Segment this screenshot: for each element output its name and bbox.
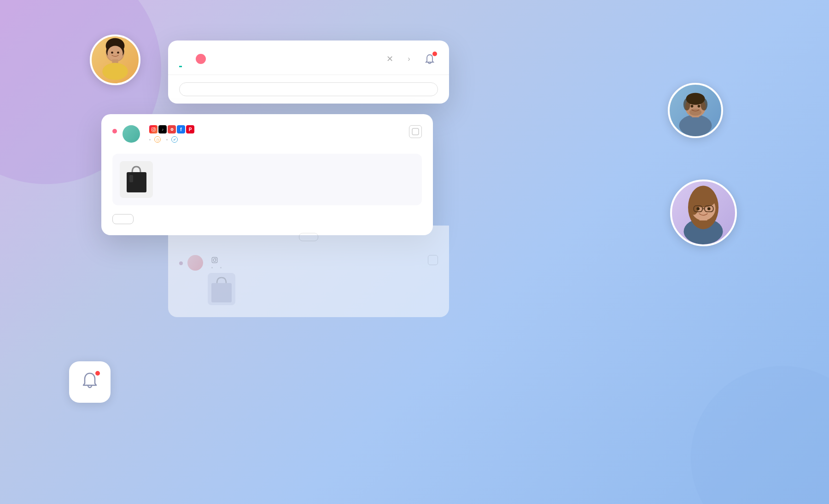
pending-icon: ◷ [154,136,161,143]
instagram-small-icon [211,257,218,263]
bell-notification-widget[interactable] [69,361,111,403]
tote-bag-svg [124,164,149,195]
notification-card-danielle [179,255,438,305]
bell-badge [94,370,101,377]
svg-point-14 [701,98,707,110]
pinterest-icon: P [186,125,194,133]
svg-point-8 [117,52,119,54]
chevron-right-button[interactable]: › [402,52,416,66]
nick-avatar-container [668,83,723,142]
danielle-comment-block [208,273,438,305]
standalone-reply-button[interactable] [299,233,318,241]
svg-rect-33 [127,172,146,192]
pending-approval-status: ◷ [154,136,163,143]
nick-avatar-image [670,85,721,136]
facebook-icon: f [177,125,185,133]
mark-read-checkbox[interactable] [409,125,422,138]
tiktok-icon: ♪ [158,125,167,133]
danielle-title-line [208,255,438,265]
svg-rect-32 [412,128,419,135]
svg-rect-34 [129,175,133,182]
svg-point-27 [696,207,700,210]
instagram-icon [149,125,158,133]
svg-rect-29 [152,127,155,131]
tab-unread[interactable] [193,54,206,71]
svg-point-16 [698,105,701,108]
tab-all[interactable] [179,58,182,67]
bianca-avatar-image [672,181,735,244]
peanut-icon: ✿ [168,125,176,133]
unread-indicator [112,129,117,133]
reply-button[interactable] [112,214,134,224]
danielle-avatar [187,255,203,271]
svg-point-30 [152,128,154,130]
panel-header-actions: ✕ › [383,51,438,75]
scheduled-icon: ✔ [171,136,178,143]
notification-content: ♪ ✿ f P ◷ ✔ [146,125,403,150]
svg-point-7 [111,52,113,54]
notification-header: ♪ ✿ f P ◷ ✔ [112,125,422,150]
meta-separator-2 [166,139,168,140]
notification-title-line: ♪ ✿ f P [146,125,403,133]
svg-point-9 [679,115,712,136]
danielle-post-image [208,273,235,305]
svg-point-15 [691,105,694,108]
unread-dot-danielle [179,261,183,265]
svg-point-36 [213,259,216,261]
svg-point-28 [707,207,711,210]
meta-dot [211,267,213,268]
svg-point-6 [102,63,128,80]
notification-card-christy: ♪ ✿ f P ◷ ✔ [101,114,433,235]
svg-point-37 [216,258,216,259]
comment-block [112,154,422,205]
sarah-avatar-image [92,36,139,83]
svg-point-4 [107,46,123,61]
svg-point-31 [154,128,155,128]
notification-settings-button[interactable] [421,51,438,67]
svg-rect-35 [212,257,217,263]
scheduled-status: ✔ [171,136,180,143]
panel-header: ✕ › [168,41,449,75]
svg-point-13 [683,98,690,110]
avatar [90,35,140,85]
close-button[interactable]: ✕ [383,52,397,66]
notification-panel: ✕ › [168,41,449,104]
avatar [668,83,723,138]
sarah-avatar-container [90,35,140,89]
mark-all-read-button[interactable] [179,82,438,96]
svg-point-17 [689,109,701,116]
tote-bag-image [120,161,153,198]
notification-panel-bottom [168,226,449,317]
meta-separator-1 [149,139,151,140]
bag-image-2 [208,273,235,305]
checkbox-icon [412,128,419,135]
avatar [670,180,737,246]
social-platform-icons: ♪ ✿ f P [149,125,194,133]
danielle-checkbox [428,255,438,265]
notification-meta: ◷ ✔ [146,136,403,143]
tab-unread-badge [196,54,206,64]
notification-badge [432,52,437,56]
svg-rect-38 [211,283,232,302]
instagram-post-label [211,257,219,263]
danielle-meta [208,267,438,268]
christy-avatar [123,125,140,143]
bianca-avatar-container [670,180,737,251]
danielle-notification-content [208,255,438,305]
bell-icon-wrapper [80,371,99,393]
meta-dot-2 [220,267,222,268]
